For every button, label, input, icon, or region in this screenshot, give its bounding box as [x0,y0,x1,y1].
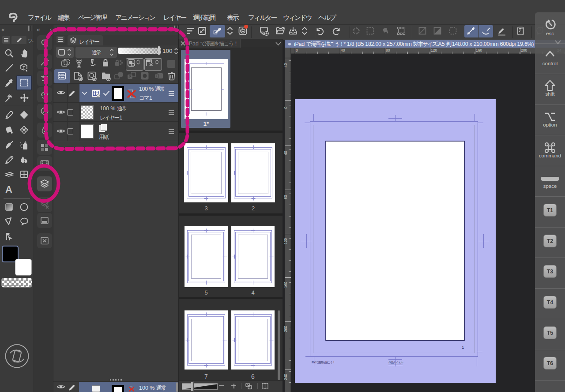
svg-text:1: 1 [462,345,464,350]
